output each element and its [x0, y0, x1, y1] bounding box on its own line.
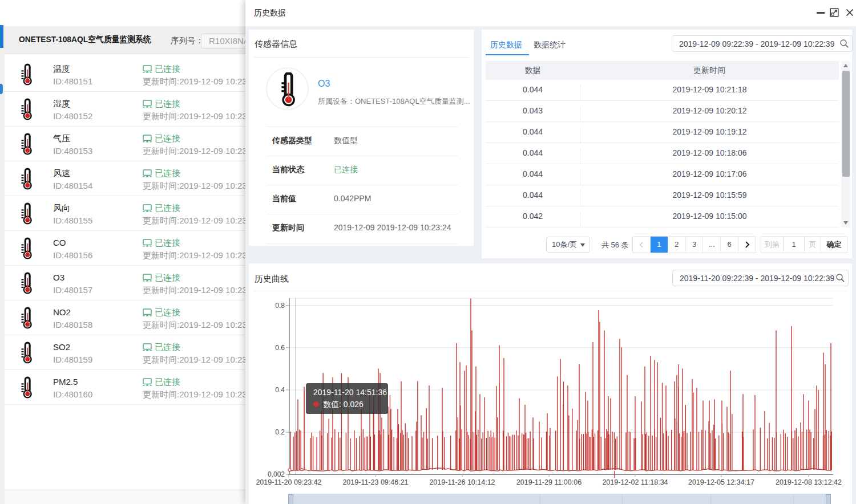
- svg-text:2019-11-26 10:14:12: 2019-11-26 10:14:12: [429, 478, 495, 486]
- svg-text:0.2: 0.2: [275, 428, 285, 436]
- svg-text:0.4: 0.4: [275, 386, 285, 394]
- svg-text:2019-12-02 11:18:34: 2019-12-02 11:18:34: [602, 478, 668, 486]
- svg-text:2019-11-23 09:46:21: 2019-11-23 09:46:21: [342, 478, 408, 486]
- svg-text:0.6: 0.6: [275, 344, 285, 352]
- svg-text:2019-11-20 09:23:42: 2019-11-20 09:23:42: [256, 478, 321, 486]
- svg-text:2019-11-29 11:00:06: 2019-11-29 11:00:06: [516, 478, 582, 486]
- svg-text:0.002: 0.002: [268, 470, 285, 478]
- svg-text:2019-12-05 12:34:17: 2019-12-05 12:34:17: [688, 478, 754, 486]
- svg-text:2019-12-08 13:12:42: 2019-12-08 13:12:42: [776, 478, 842, 486]
- svg-text:0.8: 0.8: [275, 302, 285, 310]
